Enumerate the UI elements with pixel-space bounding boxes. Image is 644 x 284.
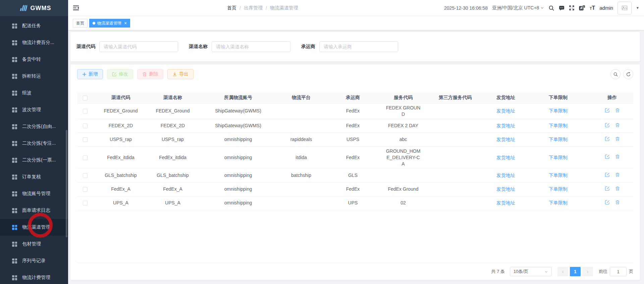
- row-edit-icon[interactable]: [605, 154, 610, 159]
- cell-third-party: [424, 182, 486, 196]
- avatar[interactable]: [618, 2, 632, 14]
- user-dropdown-caret[interactable]: ▼: [636, 6, 639, 10]
- sidebar-item-label: 物流渠道管理: [22, 224, 50, 230]
- sidebar-item[interactable]: 序列号记录: [0, 252, 68, 269]
- cell-channel-code: GLS_batchship: [93, 169, 148, 182]
- order-limit-link[interactable]: 下单限制: [549, 200, 568, 205]
- order-limit-link[interactable]: 下单限制: [549, 173, 568, 178]
- row-checkbox[interactable]: [83, 187, 88, 192]
- ship-address-link[interactable]: 发货地址: [496, 123, 515, 128]
- order-limit-link[interactable]: 下单限制: [549, 108, 568, 113]
- ship-address-link[interactable]: 发货地址: [496, 137, 515, 142]
- search-input[interactable]: [319, 41, 398, 52]
- table-toolbar: 新增 修改 删除 导出: [77, 69, 633, 79]
- sidebar-item[interactable]: 面单请求日志: [0, 202, 68, 219]
- tab-close-icon[interactable]: ×: [124, 21, 127, 26]
- next-page-button[interactable]: ›: [582, 267, 593, 276]
- cell-platform: [279, 103, 323, 119]
- refresh-button[interactable]: [623, 69, 633, 79]
- ship-address-link[interactable]: 发货地址: [496, 108, 515, 113]
- page-size-select[interactable]: 10条/页: [510, 267, 552, 276]
- tab-label: 首页: [76, 20, 84, 26]
- row-delete-icon[interactable]: [615, 200, 620, 205]
- tab-current[interactable]: 物流渠道管理 ×: [89, 19, 130, 28]
- export-button[interactable]: 导出: [167, 69, 194, 79]
- row-edit-icon[interactable]: [605, 200, 610, 205]
- menu-fold-icon[interactable]: [73, 5, 79, 11]
- ship-address-link[interactable]: 发货地址: [496, 173, 515, 178]
- sidebar-item[interactable]: 拆柜转运: [0, 68, 68, 85]
- cell-carrier: FedEx: [323, 103, 382, 119]
- sidebar-item-label: 配送任务: [22, 23, 41, 29]
- ship-address-link[interactable]: 发货地址: [496, 200, 515, 205]
- breadcrumb-home[interactable]: 首页: [227, 5, 236, 11]
- font-size-icon[interactable]: TT: [590, 5, 595, 11]
- tab-home[interactable]: 首页: [73, 19, 88, 28]
- sidebar-item[interactable]: 二次分拣(自由...: [0, 118, 68, 135]
- delete-button[interactable]: 删除: [137, 69, 163, 79]
- sidebar-item[interactable]: 组波: [0, 85, 68, 101]
- row-delete-icon[interactable]: [615, 108, 620, 113]
- order-limit-link[interactable]: 下单限制: [549, 137, 568, 142]
- goto-page-input[interactable]: [610, 267, 627, 276]
- topbar: 首页 / 出库管理 / 物流渠道管理 2025-12-30 16:06:58 亚…: [68, 0, 644, 16]
- row-delete-icon[interactable]: [615, 123, 620, 128]
- order-limit-link[interactable]: 下单限制: [549, 155, 568, 160]
- sidebar-item[interactable]: 包材管理: [0, 236, 68, 252]
- row-delete-icon[interactable]: [615, 136, 620, 141]
- cell-channel-code: FedEx_A: [93, 182, 148, 196]
- order-limit-link[interactable]: 下单限制: [549, 123, 568, 128]
- sidebar-item[interactable]: 波次管理: [0, 101, 68, 118]
- timezone-selector[interactable]: 亚洲/中国/北京 UTC+8: [492, 5, 544, 11]
- select-all-checkbox[interactable]: [83, 96, 88, 100]
- sidebar-item[interactable]: 订单复核: [0, 169, 68, 185]
- prev-page-button[interactable]: ‹: [557, 267, 568, 276]
- cell-channel-code: FedEx_itdida: [93, 146, 148, 169]
- row-checkbox[interactable]: [83, 109, 88, 113]
- sidebar-item[interactable]: 物流渠道管理: [0, 219, 68, 236]
- fullscreen-icon[interactable]: [569, 5, 575, 11]
- sidebar-item-label: 面单请求日志: [22, 207, 50, 214]
- row-edit-icon[interactable]: [605, 108, 610, 113]
- toggle-search-button[interactable]: [610, 69, 621, 79]
- row-checkbox[interactable]: [83, 124, 88, 128]
- sidebar-item[interactable]: 物流计费管理: [0, 269, 68, 284]
- row-checkbox[interactable]: [83, 201, 88, 205]
- cell-third-party: [424, 196, 486, 210]
- order-limit-link[interactable]: 下单限制: [549, 186, 568, 192]
- row-checkbox[interactable]: [83, 173, 88, 178]
- sidebar-item[interactable]: 物流计费百分...: [0, 34, 68, 51]
- search-input[interactable]: [99, 41, 178, 52]
- column-header: 第三方服务代码: [424, 92, 486, 103]
- search-input[interactable]: [212, 41, 290, 52]
- row-edit-icon[interactable]: [605, 186, 610, 191]
- sidebar-item[interactable]: 备货中转: [0, 51, 68, 68]
- cell-carrier: GLS: [323, 169, 382, 182]
- ship-address-link[interactable]: 发货地址: [496, 155, 515, 160]
- tab-active-dot: [93, 22, 95, 25]
- row-edit-icon[interactable]: [605, 136, 610, 141]
- page-number-button[interactable]: 1: [570, 267, 581, 276]
- sidebar-item[interactable]: 二次分拣(专注...: [0, 135, 68, 152]
- sidebar-item[interactable]: 二次分拣(一票...: [0, 152, 68, 169]
- chevron-down-icon: [540, 6, 544, 10]
- row-delete-icon[interactable]: [615, 186, 620, 191]
- edit-button[interactable]: 修改: [107, 69, 133, 79]
- sidebar-item[interactable]: 配送任务: [0, 17, 68, 34]
- sidebar-scrollbar[interactable]: [66, 130, 67, 237]
- sidebar-item-label: 波次管理: [22, 107, 41, 113]
- row-edit-icon[interactable]: [605, 172, 610, 177]
- cell-third-party: [424, 103, 486, 119]
- add-button[interactable]: 新增: [77, 69, 103, 79]
- search-icon[interactable]: [548, 5, 554, 11]
- translate-icon[interactable]: A 文: [579, 5, 585, 11]
- row-edit-icon[interactable]: [605, 123, 610, 128]
- ship-address-link[interactable]: 发货地址: [496, 186, 515, 192]
- breadcrumb-section[interactable]: 出库管理: [244, 5, 263, 11]
- message-icon[interactable]: [559, 5, 565, 11]
- row-checkbox[interactable]: [83, 155, 88, 160]
- row-delete-icon[interactable]: [615, 172, 620, 177]
- sidebar-item[interactable]: 物流账号管理: [0, 185, 68, 202]
- row-checkbox[interactable]: [83, 137, 88, 142]
- row-delete-icon[interactable]: [615, 154, 620, 159]
